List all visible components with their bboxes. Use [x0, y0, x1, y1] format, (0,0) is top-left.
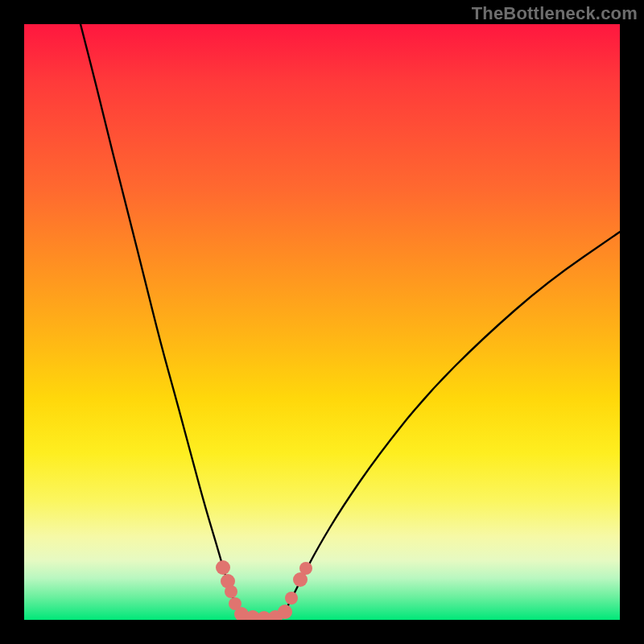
marker-layer: [216, 560, 312, 620]
chart-svg: [24, 24, 620, 620]
watermark-text: TheBottleneck.com: [472, 3, 638, 24]
curve-layer: [80, 24, 620, 619]
marker-dot: [299, 562, 312, 575]
marker-dot: [285, 592, 298, 605]
curve-left: [80, 24, 243, 616]
marker-dot: [216, 560, 230, 575]
plot-area: [24, 24, 620, 620]
curve-right: [283, 232, 620, 616]
marker-dot: [225, 585, 237, 598]
marker-dot: [278, 605, 292, 619]
outer-frame: TheBottleneck.com: [0, 0, 644, 644]
